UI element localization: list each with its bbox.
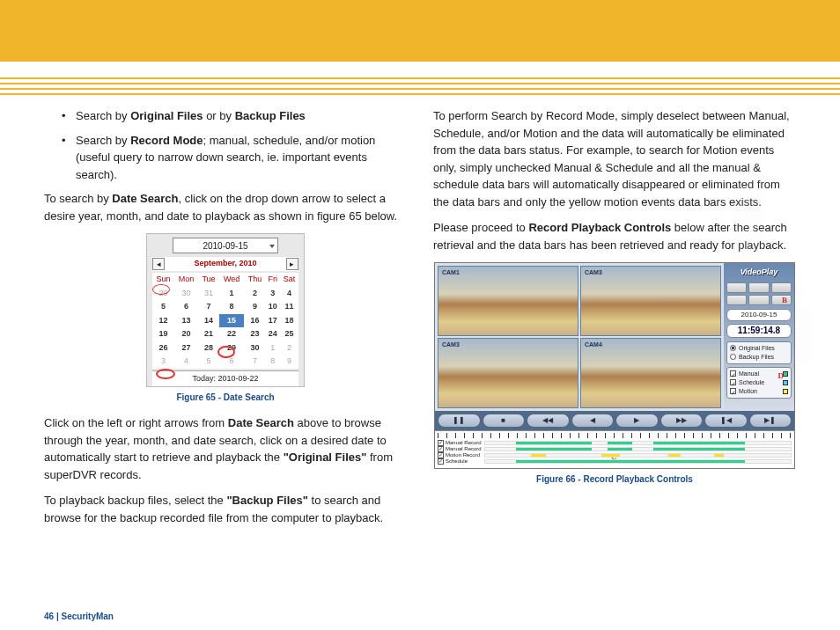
- calendar-day[interactable]: 3: [266, 287, 280, 301]
- calendar-day[interactable]: 23: [244, 327, 265, 341]
- calendar-day[interactable]: 14: [198, 314, 219, 328]
- layout-4-button[interactable]: [748, 282, 769, 293]
- calendar-day[interactable]: 3: [152, 355, 174, 369]
- calendar-day[interactable]: 30: [244, 341, 265, 355]
- calendar-day[interactable]: 30: [174, 287, 198, 301]
- camera-view-4[interactable]: CAM4: [580, 338, 721, 408]
- timeline-track[interactable]: [484, 453, 792, 458]
- timeline-row: ✓Manual Record: [438, 440, 792, 446]
- header-rules: [0, 77, 840, 95]
- timeline-track[interactable]: [484, 459, 792, 464]
- calendar-day[interactable]: 31: [198, 287, 219, 301]
- calendar-day[interactable]: 5: [198, 355, 219, 369]
- camera-view-2[interactable]: CAM3: [580, 266, 721, 336]
- calendar-day[interactable]: 8: [266, 355, 280, 369]
- next-month-button[interactable]: ▸: [286, 258, 298, 270]
- calendar-day[interactable]: 19: [152, 327, 174, 341]
- camera-view-3[interactable]: CAM3: [438, 338, 578, 408]
- fast-forward-button[interactable]: ▶▶: [660, 414, 704, 428]
- original-files-radio[interactable]: [730, 345, 736, 351]
- para-backup: To playback backup files, select the "Ba…: [44, 492, 407, 526]
- calendar-day[interactable]: 6: [219, 355, 245, 369]
- calendar-day[interactable]: 5: [152, 300, 174, 314]
- calendar-day[interactable]: 26: [152, 341, 174, 355]
- bullet-1: Search by Original Files or by Backup Fi…: [62, 107, 407, 125]
- calendar-day[interactable]: 8: [219, 300, 245, 314]
- bullet-2: Search by Record Mode; manual, schedule,…: [62, 132, 407, 184]
- stop-button[interactable]: ■: [483, 414, 526, 428]
- figure-65-date-search: 2010-09-15 ◂ September, 2010 ▸ SunMonTue…: [146, 233, 305, 387]
- mode-box: Manual Schedule Motion: [726, 367, 792, 399]
- calendar-day[interactable]: 25: [280, 327, 298, 341]
- calendar-day[interactable]: 27: [174, 341, 198, 355]
- calendar-day[interactable]: 1: [219, 287, 245, 301]
- calendar-day[interactable]: 9: [280, 355, 298, 369]
- play-pause-button[interactable]: ❚❚: [438, 414, 481, 428]
- calendar-day[interactable]: 28: [198, 341, 219, 355]
- timeline-checkbox[interactable]: ✓: [438, 452, 444, 458]
- calendar-day[interactable]: 17: [266, 314, 280, 328]
- calendar-day[interactable]: 4: [174, 355, 198, 369]
- layout-1-button[interactable]: [726, 282, 747, 293]
- figure-66-caption: Figure 66 - Record Playback Controls: [433, 472, 796, 486]
- schedule-checkbox[interactable]: [730, 379, 736, 385]
- calendar-day[interactable]: 21: [198, 327, 219, 341]
- calendar-day[interactable]: 22: [219, 327, 245, 341]
- calendar-day[interactable]: 2: [280, 341, 298, 355]
- figure-65-caption: Figure 65 - Date Search: [44, 391, 407, 404]
- calendar-day[interactable]: 15: [219, 314, 245, 328]
- calendar-day[interactable]: 1: [266, 341, 280, 355]
- timeline-checkbox[interactable]: ✓: [438, 458, 444, 465]
- forward-button[interactable]: ▶: [615, 414, 659, 428]
- timeline-track[interactable]: [484, 441, 792, 445]
- calendar-day[interactable]: 7: [198, 300, 219, 314]
- snapshot-button[interactable]: [726, 295, 747, 305]
- timeline-row: ✓Schedule: [438, 458, 792, 465]
- para-proceed: Please proceed to Record Playback Contro…: [433, 219, 796, 253]
- calendar-grid[interactable]: SunMonTueWedThuFriSat 293031123456789101…: [152, 273, 298, 369]
- camera-view-1[interactable]: CAM1: [438, 266, 578, 336]
- calendar-day[interactable]: 4: [280, 287, 298, 301]
- calendar-day[interactable]: 29: [152, 287, 174, 301]
- file-type-box: Original Files Backup Files: [726, 341, 792, 364]
- figure-66-video-play: A B C D CAM1CAM3CAM3CAM4 VideoPlay 20: [434, 262, 795, 469]
- calendar-day[interactable]: 2: [244, 287, 265, 301]
- videoplay-brand: VideoPlay: [726, 267, 792, 279]
- prev-frame-button[interactable]: ❚◀: [704, 414, 748, 428]
- month-label: September, 2010: [194, 258, 256, 270]
- timeline-ruler[interactable]: [438, 433, 792, 438]
- exit-button[interactable]: [771, 295, 792, 305]
- step-back-button[interactable]: ◀◀: [527, 414, 570, 428]
- calendar-day[interactable]: 9: [244, 300, 265, 314]
- rewind-button[interactable]: ◀: [571, 414, 615, 428]
- prev-month-button[interactable]: ◂: [152, 258, 165, 270]
- manual-checkbox[interactable]: [730, 370, 736, 377]
- calendar-day[interactable]: 10: [266, 300, 280, 314]
- motion-checkbox[interactable]: [730, 388, 736, 394]
- calendar-day[interactable]: 18: [280, 314, 298, 328]
- calendar-day[interactable]: 20: [174, 327, 198, 341]
- bullet-list: Search by Original Files or by Backup Fi…: [44, 107, 407, 183]
- playback-controls: ❚❚ ■ ◀◀ ◀ ▶ ▶▶ ❚◀ ▶❚: [435, 411, 794, 430]
- calendar-day[interactable]: 12: [152, 314, 174, 328]
- calendar-day[interactable]: 6: [174, 300, 198, 314]
- playback-date[interactable]: 2010-09-15: [726, 309, 792, 321]
- date-input[interactable]: 2010-09-15: [173, 238, 278, 253]
- today-label[interactable]: Today: 2010-09-22: [152, 370, 298, 387]
- timeline-row: ✓Manual Record: [438, 446, 792, 452]
- timeline-checkbox[interactable]: ✓: [438, 440, 444, 446]
- capture-button[interactable]: [771, 282, 792, 293]
- settings-button[interactable]: [748, 295, 769, 305]
- backup-files-radio[interactable]: [730, 354, 736, 360]
- para-browse: Click on the left or right arrows from D…: [44, 414, 407, 483]
- timeline-checkbox[interactable]: ✓: [438, 446, 444, 452]
- calendar-day[interactable]: 7: [244, 355, 265, 369]
- calendar-day[interactable]: 24: [266, 327, 280, 341]
- calendar-day[interactable]: 16: [244, 314, 265, 328]
- calendar-day[interactable]: 13: [174, 314, 198, 328]
- calendar-day[interactable]: 29: [219, 341, 245, 355]
- next-frame-button[interactable]: ▶❚: [749, 414, 792, 428]
- timeline-row: ✓Motion Record: [438, 452, 792, 458]
- calendar-day[interactable]: 11: [280, 300, 298, 314]
- timeline-track[interactable]: [484, 447, 792, 451]
